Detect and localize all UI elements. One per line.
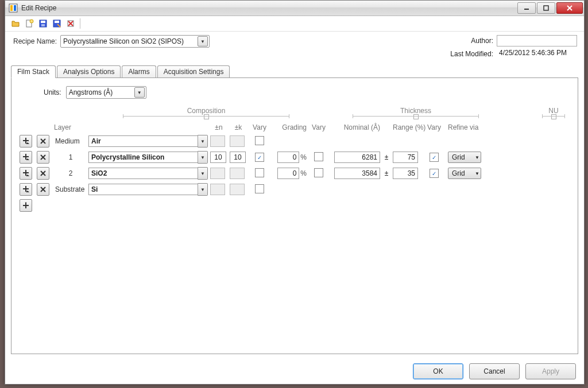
range-input[interactable]: 35 — [393, 168, 418, 179]
remove-layer-button[interactable] — [37, 183, 49, 196]
remove-layer-button[interactable] — [37, 167, 49, 180]
dialog-window: Edit Recipe — [5, 0, 585, 385]
material-combo[interactable]: SiO2 ▼ — [88, 167, 208, 180]
tabs: Film Stack Analysis Options Alarms Acqui… — [5, 65, 584, 78]
svg-rect-10 — [41, 21, 45, 23]
maximize-button[interactable] — [537, 2, 555, 14]
pm-symbol: ± — [382, 169, 390, 177]
vary-grading — [309, 152, 328, 163]
grading-input[interactable]: 0 — [277, 152, 299, 163]
checkbox[interactable] — [255, 136, 264, 145]
minimize-button[interactable] — [517, 2, 536, 14]
nominal-input[interactable]: 6281 — [334, 152, 380, 163]
nu-header: NU — [542, 107, 565, 119]
svg-rect-11 — [41, 24, 45, 26]
tab-acquisition[interactable]: Acquisition Settings — [157, 65, 230, 78]
material-combo[interactable]: Polycrystalline Silicon ▼ — [88, 151, 208, 164]
units-combo[interactable]: Angstroms (Å) ▼ — [66, 86, 146, 99]
svg-point-8 — [30, 20, 33, 23]
svg-rect-13 — [55, 21, 59, 23]
remove-layer-button[interactable] — [37, 151, 49, 164]
layer-row: 1 Polycrystalline Silicon ▼ 1010✓ 0 % 62… — [20, 149, 570, 165]
add-layer-button[interactable] — [20, 199, 32, 212]
col-layer: Layer — [54, 123, 86, 131]
composition-header: Composition — [123, 107, 289, 119]
remove-layer-button[interactable] — [37, 135, 49, 148]
saveas-icon[interactable] — [51, 18, 63, 29]
refine-combo[interactable]: Grid ▼ — [448, 152, 481, 163]
add-layer-button[interactable] — [20, 183, 32, 196]
layer-row: Substrate Si ▼ — [20, 181, 570, 197]
svg-rect-4 — [544, 6, 548, 10]
layer-label: Medium — [54, 137, 86, 145]
cancel-button[interactable]: Cancel — [469, 363, 520, 379]
chevron-down-icon[interactable]: ▼ — [198, 167, 208, 180]
col-vary-thk: Vary — [423, 123, 446, 131]
apply-button[interactable]: Apply — [525, 363, 576, 379]
grading-input[interactable]: 0 — [277, 168, 299, 179]
add-layer-button[interactable] — [20, 151, 32, 164]
author-field[interactable] — [497, 35, 577, 46]
add-layer-button[interactable] — [20, 167, 32, 180]
add-layer-button[interactable] — [20, 135, 32, 148]
col-vary-grading: Vary — [309, 123, 328, 131]
recipe-name-value: Polycrystalline Silicon on SiO2 (SIPOS) — [63, 37, 198, 45]
col-vary-comp: Vary — [249, 123, 270, 131]
chevron-down-icon[interactable]: ▼ — [198, 151, 208, 164]
checkbox[interactable]: ✓ — [255, 153, 264, 162]
recipe-name-combo[interactable]: Polycrystalline Silicon on SiO2 (SIPOS) … — [60, 35, 210, 48]
recipe-name-label: Recipe Name: — [13, 37, 57, 45]
ok-button[interactable]: OK — [413, 363, 463, 379]
vary-comp: ✓ — [249, 153, 270, 162]
checkbox[interactable]: ✓ — [430, 169, 439, 178]
layer-row: 2 SiO2 ▼ 0 % 3584±35✓ Grid ▼ — [20, 165, 570, 181]
refine-combo[interactable]: Grid ▼ — [448, 168, 481, 179]
author-label: Author: — [450, 37, 493, 45]
refine-value: Grid — [452, 169, 465, 177]
delete-icon[interactable] — [65, 18, 76, 29]
material-combo[interactable]: Si ▼ — [88, 183, 208, 196]
toolbar — [5, 16, 584, 32]
window-title: Edit Recipe — [21, 4, 516, 12]
checkbox[interactable] — [314, 152, 323, 161]
units-label: Units: — [44, 88, 61, 96]
pm-k-disabled — [230, 135, 245, 147]
layer-label: Substrate — [54, 185, 86, 193]
tab-alarms[interactable]: Alarms — [122, 65, 156, 78]
layer-grid: Layer ±n ±k Vary Grading Vary Nominal (Å… — [20, 122, 570, 214]
checkbox[interactable] — [314, 168, 323, 177]
chevron-down-icon[interactable]: ▼ — [134, 87, 145, 98]
vary-comp — [249, 184, 270, 195]
pm-n-disabled — [210, 135, 225, 147]
checkbox[interactable]: ✓ — [430, 153, 439, 162]
material-combo[interactable]: Air ▼ — [88, 135, 208, 148]
new-icon[interactable] — [24, 18, 35, 29]
checkbox[interactable] — [255, 168, 264, 177]
col-grading: Grading — [272, 123, 307, 131]
close-button[interactable] — [556, 2, 583, 14]
refine-value: Grid — [452, 153, 465, 161]
nominal-input[interactable]: 3584 — [334, 168, 380, 179]
chevron-down-icon[interactable]: ▼ — [198, 135, 208, 148]
checkbox[interactable] — [255, 184, 264, 193]
pm-k-input[interactable]: 10 — [230, 152, 246, 163]
pm-n-input[interactable]: 10 — [210, 152, 226, 163]
tab-film-stack[interactable]: Film Stack — [11, 65, 56, 78]
open-icon[interactable] — [10, 18, 21, 29]
chevron-down-icon[interactable]: ▼ — [198, 36, 208, 46]
tabpanel-film-stack: Units: Angstroms (Å) ▼ Composition Thick… — [11, 77, 578, 354]
svg-rect-22 — [25, 154, 26, 160]
svg-rect-18 — [25, 138, 26, 143]
range-input[interactable]: 75 — [393, 152, 418, 163]
col-pm-n: ±n — [210, 123, 227, 131]
header: Recipe Name: Polycrystalline Silicon on … — [5, 32, 584, 65]
chevron-down-icon: ▼ — [475, 171, 479, 176]
tab-analysis-options[interactable]: Analysis Options — [57, 65, 121, 78]
recipe-name-field: Recipe Name: Polycrystalline Silicon on … — [13, 35, 210, 48]
svg-rect-30 — [25, 186, 26, 192]
save-icon[interactable] — [37, 18, 49, 29]
dialog-buttons: OK Cancel Apply — [413, 363, 576, 379]
chevron-down-icon[interactable]: ▼ — [198, 183, 208, 196]
window-buttons — [516, 2, 583, 14]
percent-label: % — [300, 153, 307, 161]
